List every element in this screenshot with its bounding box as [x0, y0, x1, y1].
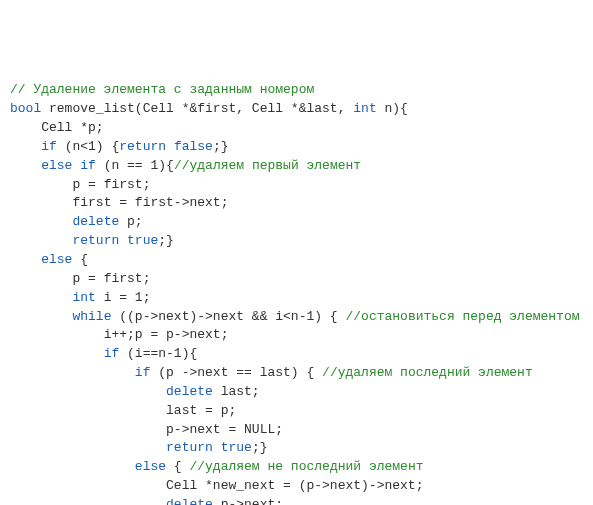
code-line: if (i==n-1){	[10, 345, 583, 364]
code-token: ;}	[213, 139, 229, 154]
code-token: p = first;	[72, 177, 150, 192]
code-token: true	[127, 233, 158, 248]
code-token: false	[174, 139, 213, 154]
code-token: n){	[377, 101, 408, 116]
code-line: Cell *p;	[10, 119, 583, 138]
code-token: return	[166, 440, 213, 455]
code-token: return	[119, 139, 166, 154]
code-line: p->next = NULL;	[10, 421, 583, 440]
code-line: Cell *new_next = (p->next)->next;	[10, 477, 583, 496]
code-token: Cell *p;	[41, 120, 103, 135]
code-token: else	[135, 459, 166, 474]
code-token: Cell *new_next = (p->next)->next;	[166, 478, 423, 493]
code-token: if	[104, 346, 120, 361]
code-token: {	[72, 252, 88, 267]
code-token: if	[41, 139, 57, 154]
code-line: while ((p->next)->next && i<n-1) { //ост…	[10, 308, 583, 327]
code-token	[119, 233, 127, 248]
code-token: delete	[72, 214, 119, 229]
code-token: ;}	[158, 233, 174, 248]
code-line: else if (n == 1){//удаляем первый элемен…	[10, 157, 583, 176]
code-token: last;	[213, 384, 260, 399]
code-line: delete p;	[10, 213, 583, 232]
code-token: bool	[10, 101, 41, 116]
code-token: int	[353, 101, 376, 116]
code-token: delete	[166, 384, 213, 399]
code-token: return	[72, 233, 119, 248]
code-line: return true;}	[10, 232, 583, 251]
code-line: delete last;	[10, 383, 583, 402]
code-token: int	[72, 290, 95, 305]
code-token: if	[135, 365, 151, 380]
code-token: while	[72, 309, 111, 324]
code-token: (n == 1){	[96, 158, 174, 173]
code-line: p = first;	[10, 270, 583, 289]
code-line: delete p->next;	[10, 496, 583, 505]
code-token: else	[41, 158, 72, 173]
code-line: else { //удаляем не последний элемент	[10, 458, 583, 477]
code-token: {	[166, 459, 189, 474]
code-token: true	[221, 440, 252, 455]
code-token: (p ->next == last) {	[150, 365, 322, 380]
code-token: //удаляем первый элемент	[174, 158, 361, 173]
code-line: i++;p = p->next;	[10, 326, 583, 345]
code-token: p->next;	[213, 497, 283, 505]
code-token: p = first;	[72, 271, 150, 286]
code-token: p;	[119, 214, 142, 229]
code-line: first = first->next;	[10, 194, 583, 213]
code-line: if (n<1) {return false;}	[10, 138, 583, 157]
code-token	[166, 139, 174, 154]
code-line: last = p;	[10, 402, 583, 421]
code-token: first = first->next;	[72, 195, 228, 210]
code-token: //удаляем последний элемент	[322, 365, 533, 380]
code-line: // Удаление элемента с заданным номером	[10, 81, 583, 100]
code-token: i = 1;	[96, 290, 151, 305]
code-token: //остановиться перед элементом	[345, 309, 579, 324]
code-line: else {	[10, 251, 583, 270]
code-line: return true;}	[10, 439, 583, 458]
code-token: delete	[166, 497, 213, 505]
code-token: p->next = NULL;	[166, 422, 283, 437]
code-token: else	[41, 252, 72, 267]
code-token: (n<1) {	[57, 139, 119, 154]
code-token: ((p->next)->next && i<n-1) {	[111, 309, 345, 324]
code-token: i++;p = p->next;	[104, 327, 229, 342]
code-token: if	[80, 158, 96, 173]
code-token	[213, 440, 221, 455]
code-line: p = first;	[10, 176, 583, 195]
code-token: ;}	[252, 440, 268, 455]
code-line: if (p ->next == last) { //удаляем послед…	[10, 364, 583, 383]
code-line: int i = 1;	[10, 289, 583, 308]
code-token: last = p;	[166, 403, 236, 418]
code-token: // Удаление элемента с заданным номером	[10, 82, 314, 97]
code-block: // Удаление элемента с заданным номеромb…	[10, 81, 583, 505]
code-token: //удаляем не последний элемент	[189, 459, 423, 474]
code-token: (i==n-1){	[119, 346, 197, 361]
code-token: remove_list(Cell *&first, Cell *&last,	[41, 101, 353, 116]
code-line: bool remove_list(Cell *&first, Cell *&la…	[10, 100, 583, 119]
